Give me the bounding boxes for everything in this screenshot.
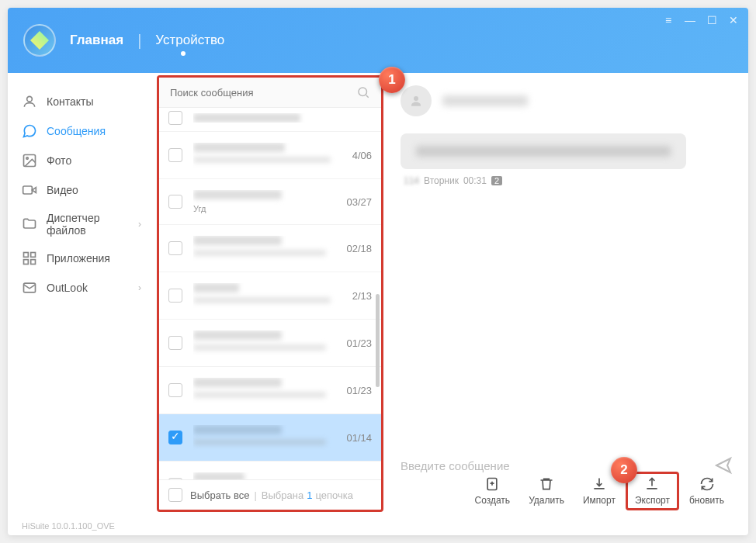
message-item-selected[interactable]: 01/14	[159, 414, 381, 462]
message-item[interactable]: 01/23	[159, 367, 381, 414]
message-timestamp: 114 Вторник 00:31 2	[404, 175, 733, 186]
sidebar-label: Фото	[47, 154, 71, 167]
photo-icon	[22, 153, 37, 168]
sidebar-item-contacts[interactable]: Контакты	[8, 87, 152, 116]
app-logo	[23, 24, 56, 57]
svg-rect-5	[31, 253, 36, 258]
contact-name	[442, 95, 528, 106]
message-item[interactable]: 01/05	[159, 462, 381, 479]
tool-label: Импорт	[583, 495, 616, 506]
toolbar: Создать Удалить Импорт 2 Экспорт	[466, 472, 733, 515]
checkbox[interactable]	[168, 336, 182, 350]
sidebar-item-files[interactable]: Диспетчер файлов ›	[8, 205, 152, 244]
compose-input[interactable]: Введите сообщение	[401, 459, 714, 472]
svg-point-10	[414, 96, 418, 101]
message-items[interactable]: 4/06 Угд03/27 02/18 2/13 01/23 01/23 01/…	[159, 108, 381, 479]
callout-1: 1	[379, 67, 405, 93]
svg-point-2	[26, 157, 29, 160]
delete-button[interactable]: Удалить	[520, 473, 573, 509]
export-button[interactable]: 2 Экспорт	[626, 472, 679, 510]
checkbox[interactable]	[168, 478, 182, 479]
checkbox[interactable]	[168, 241, 182, 255]
header: Главная | Устройство ≡ — ☐ ✕	[8, 8, 748, 73]
chevron-right-icon: ›	[138, 282, 141, 293]
video-icon	[22, 182, 37, 198]
messages-icon	[22, 123, 37, 139]
svg-rect-6	[24, 260, 29, 265]
create-button[interactable]: Создать	[466, 473, 519, 509]
sidebar-item-messages[interactable]: Сообщения	[8, 116, 152, 146]
nav-home[interactable]: Главная	[70, 33, 123, 48]
svg-point-9	[359, 88, 367, 96]
sidebar-label: Сообщения	[47, 125, 106, 137]
selected-count: 1	[307, 489, 312, 501]
sidebar-item-outlook[interactable]: OutLook ›	[8, 273, 152, 303]
chevron-right-icon: ›	[138, 219, 141, 230]
window-controls: ≡ — ☐ ✕	[663, 14, 739, 26]
sidebar-item-video[interactable]: Видео	[8, 175, 152, 205]
checkbox[interactable]	[168, 383, 182, 397]
message-item[interactable]: 4/06	[159, 132, 381, 179]
footer-version: HiSuite 10.0.1.100_OVE	[22, 521, 115, 531]
message-date: 03/27	[346, 196, 372, 208]
person-icon	[409, 94, 423, 108]
svg-rect-3	[23, 186, 33, 194]
message-item[interactable]: Угд03/27	[159, 179, 381, 225]
import-icon	[591, 476, 607, 492]
timestamp-badge: 2	[491, 176, 502, 185]
scrollbar[interactable]	[376, 294, 380, 387]
search-input[interactable]	[170, 87, 356, 99]
tool-label: бновить	[689, 495, 724, 506]
chain-label: цепочка	[315, 489, 353, 501]
svg-rect-4	[24, 253, 29, 258]
message-date: 02/18	[346, 243, 372, 254]
message-date: 4/06	[352, 150, 372, 161]
app-window: Главная | Устройство ≡ — ☐ ✕ Контакты Со…	[8, 8, 748, 535]
folder-icon	[22, 216, 37, 232]
refresh-button[interactable]: бновить	[681, 473, 733, 509]
avatar	[401, 85, 432, 116]
close-icon[interactable]: ✕	[728, 14, 739, 26]
mail-icon	[22, 280, 37, 296]
select-all-label[interactable]: Выбрать все	[190, 489, 249, 501]
detail-panel: 114 Вторник 00:31 2 Введите сообщение Со…	[383, 73, 748, 515]
message-item[interactable]	[159, 108, 381, 132]
message-date: 01/23	[346, 385, 372, 396]
refresh-icon	[699, 476, 715, 492]
message-list-panel: 1 4/06 Угд03/27 02/18 2/13 01/23 01/23 0…	[157, 75, 383, 512]
sidebar-label: Видео	[47, 184, 78, 196]
message-bubble	[401, 133, 686, 169]
trash-icon	[539, 476, 554, 492]
search-icon[interactable]	[356, 85, 370, 99]
nav-device[interactable]: Устройство	[141, 33, 224, 48]
sidebar: Контакты Сообщения Фото Видео Диспетчер …	[8, 73, 152, 515]
tool-label: Создать	[475, 495, 511, 506]
checkbox[interactable]	[168, 195, 182, 209]
sidebar-item-photos[interactable]: Фото	[8, 146, 152, 175]
checkbox[interactable]	[168, 289, 182, 303]
message-item[interactable]: 01/23	[159, 320, 381, 367]
minimize-icon[interactable]: —	[685, 14, 695, 26]
message-item[interactable]: 2/13	[159, 272, 381, 320]
message-date: 2/13	[352, 290, 372, 302]
svg-rect-7	[31, 260, 36, 265]
tool-label: Удалить	[529, 495, 564, 506]
tool-label: Экспорт	[635, 495, 670, 506]
checkbox-checked[interactable]	[168, 431, 182, 444]
detail-header	[401, 85, 733, 116]
maximize-icon[interactable]: ☐	[706, 14, 717, 26]
export-icon	[644, 476, 660, 492]
message-date: 01/23	[346, 337, 372, 349]
select-all-checkbox[interactable]	[168, 488, 182, 502]
main: 1 4/06 Угд03/27 02/18 2/13 01/23 01/23 0…	[152, 73, 748, 515]
sidebar-item-apps[interactable]: Приложения	[8, 244, 152, 273]
svg-point-0	[27, 96, 33, 102]
checkbox[interactable]	[168, 148, 182, 162]
select-all-bar: Выбрать все | Выбрана 1 цепочка	[159, 479, 381, 510]
message-date: 01/05	[346, 479, 372, 480]
create-icon	[484, 476, 500, 492]
message-item[interactable]: 02/18	[159, 225, 381, 272]
checkbox[interactable]	[168, 111, 182, 125]
menu-icon[interactable]: ≡	[663, 14, 674, 26]
apps-icon	[22, 251, 37, 266]
